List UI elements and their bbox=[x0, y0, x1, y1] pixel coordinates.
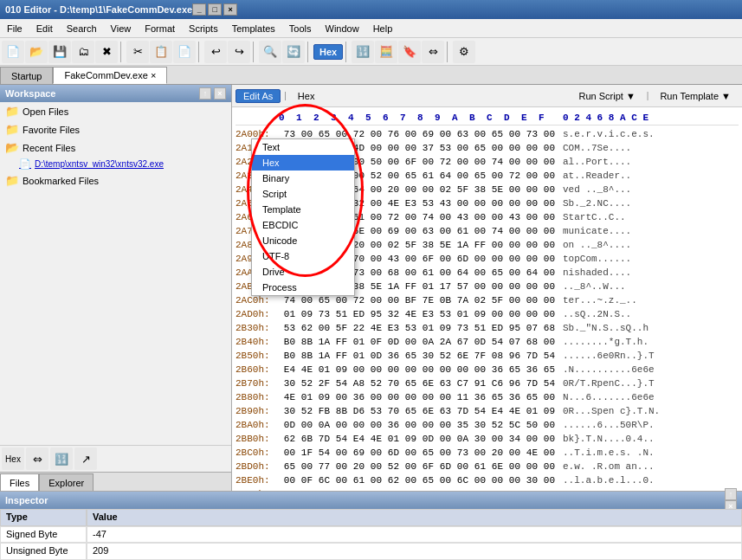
hex-byte-cell[interactable]: 7D bbox=[521, 378, 539, 389]
hex-byte-cell[interactable]: 00 bbox=[365, 240, 383, 250]
hex-byte-cell[interactable]: 00 bbox=[504, 143, 521, 153]
hex-byte-cell[interactable]: 5C bbox=[504, 420, 521, 430]
hex-byte-cell[interactable]: 00 bbox=[452, 143, 469, 153]
hex-byte-cell[interactable]: 36 bbox=[487, 364, 504, 375]
hex-byte-cell[interactable]: 00 bbox=[539, 184, 556, 195]
hex-byte-cell[interactable]: ED bbox=[487, 323, 504, 333]
find-button[interactable]: 🔍 bbox=[259, 41, 281, 63]
hex-byte-cell[interactable]: 00 bbox=[400, 267, 417, 278]
table-row[interactable]: 2BB0h:626B7D54E44E01090D000A3000340000bk… bbox=[236, 432, 739, 446]
hex-byte-cell[interactable]: 00 bbox=[417, 184, 435, 195]
hex-byte-cell[interactable]: E3 bbox=[383, 323, 400, 333]
hex-byte-cell[interactable]: 5F bbox=[400, 240, 417, 250]
hex-byte-cell[interactable]: 5E bbox=[487, 184, 504, 195]
hex-byte-cell[interactable]: 43 bbox=[435, 198, 452, 209]
hex-byte-cell[interactable]: 00 bbox=[365, 267, 383, 278]
hex-byte-cell[interactable]: 01 bbox=[452, 309, 469, 319]
hex-byte-cell[interactable]: 00 bbox=[279, 475, 296, 486]
hex-byte-cell[interactable]: 65 bbox=[487, 129, 504, 139]
hex-byte-cell[interactable]: 70 bbox=[383, 378, 400, 389]
hex-byte-cell[interactable]: 00 bbox=[521, 309, 539, 319]
hex-byte-cell[interactable]: 72 bbox=[383, 212, 400, 222]
hex-byte-cell[interactable]: 38 bbox=[469, 184, 487, 195]
hex-byte-cell[interactable]: 64 bbox=[452, 267, 469, 278]
hex-byte-cell[interactable]: 00 bbox=[435, 475, 452, 486]
hex-byte-cell[interactable]: 1A bbox=[452, 240, 469, 250]
table-row[interactable]: 2B60h:E44E0109000000000000000036653665.N… bbox=[236, 363, 739, 377]
hex-byte-cell[interactable]: B0 bbox=[279, 337, 296, 347]
hex-byte-cell[interactable]: 8B bbox=[296, 337, 313, 347]
hex-byte-cell[interactable]: 0D bbox=[365, 351, 383, 361]
hex-byte-cell[interactable]: 00 bbox=[539, 157, 556, 167]
hex-byte-cell[interactable]: 00 bbox=[365, 198, 383, 209]
hex-byte-cell[interactable]: 01 bbox=[313, 364, 331, 375]
hex-byte-cell[interactable]: 00 bbox=[504, 226, 521, 236]
hex-byte-cell[interactable]: 96 bbox=[504, 351, 521, 361]
hex-byte-cell[interactable]: 00 bbox=[504, 461, 521, 472]
hex-byte-cell[interactable]: 62 bbox=[279, 434, 296, 444]
sidebar-hex-btn[interactable]: Hex bbox=[2, 447, 24, 470]
table-row[interactable]: 2B70h:30522F54A85270656E63C791C6967D540R… bbox=[236, 377, 739, 390]
hex-byte-cell[interactable]: 00 bbox=[365, 212, 383, 222]
hex-byte-cell[interactable]: 00 bbox=[435, 254, 452, 264]
hex-byte-cell[interactable]: 00 bbox=[504, 447, 521, 458]
hex-byte-cell[interactable]: 00 bbox=[521, 198, 539, 209]
dd-text[interactable]: Text bbox=[252, 139, 354, 155]
hex-byte-cell[interactable]: 63 bbox=[452, 129, 469, 139]
hex-byte-cell[interactable]: 00 bbox=[504, 309, 521, 319]
hex-byte-cell[interactable]: 00 bbox=[539, 309, 556, 319]
hex-byte-cell[interactable]: E4 bbox=[487, 406, 504, 416]
hex-byte-cell[interactable]: 09 bbox=[331, 364, 348, 375]
hex-byte-cell[interactable]: 4E bbox=[296, 364, 313, 375]
hex-byte-cell[interactable]: 02 bbox=[383, 240, 400, 250]
hex-byte-cell[interactable]: 00 bbox=[539, 212, 556, 222]
hex-byte-cell[interactable]: 54 bbox=[469, 406, 487, 416]
hex-byte-cell[interactable]: 00 bbox=[435, 364, 452, 375]
hex-byte-cell[interactable]: 36 bbox=[504, 392, 521, 402]
hex-byte-cell[interactable]: BF bbox=[400, 295, 417, 306]
menu-file[interactable]: File bbox=[0, 19, 29, 37]
hex-byte-cell[interactable]: 69 bbox=[383, 226, 400, 236]
hex-byte-cell[interactable]: 00 bbox=[331, 461, 348, 472]
hex-byte-cell[interactable]: 00 bbox=[331, 420, 348, 430]
hex-byte-cell[interactable]: 7D bbox=[521, 351, 539, 361]
hex-byte-cell[interactable]: 00 bbox=[539, 475, 556, 486]
hex-byte-cell[interactable]: 00 bbox=[487, 143, 504, 153]
hex-byte-cell[interactable]: 00 bbox=[504, 184, 521, 195]
hex-byte-cell[interactable]: 00 bbox=[400, 212, 417, 222]
hex-byte-cell[interactable]: 00 bbox=[521, 295, 539, 306]
hex-byte-cell[interactable]: 00 bbox=[365, 129, 383, 139]
hex-byte-cell[interactable]: 53 bbox=[365, 406, 383, 416]
stab-files[interactable]: Files bbox=[0, 473, 39, 491]
hex-byte-cell[interactable]: 1F bbox=[296, 447, 313, 458]
hex-byte-cell[interactable]: 00 bbox=[383, 171, 400, 181]
hex-byte-cell[interactable]: 00 bbox=[435, 392, 452, 402]
hex-byte-cell[interactable]: 00 bbox=[469, 267, 487, 278]
hex-byte-cell[interactable]: 53 bbox=[279, 323, 296, 333]
hex-byte-cell[interactable]: D6 bbox=[348, 406, 365, 416]
hex-byte-cell[interactable]: 09 bbox=[296, 309, 313, 319]
hex-byte-cell[interactable]: 30 bbox=[279, 378, 296, 389]
hex-byte-cell[interactable]: 54 bbox=[539, 351, 556, 361]
hex-byte-cell[interactable]: 65 bbox=[487, 267, 504, 278]
compare-button[interactable]: ⇔ bbox=[422, 41, 444, 63]
hex-byte-cell[interactable]: 53 bbox=[435, 143, 452, 153]
hex-byte-cell[interactable]: 00 bbox=[539, 420, 556, 430]
hex-byte-cell[interactable]: 00 bbox=[296, 461, 313, 472]
hex-byte-cell[interactable]: 00 bbox=[539, 198, 556, 209]
hex-byte-cell[interactable]: 00 bbox=[400, 337, 417, 347]
hex-byte-cell[interactable]: 00 bbox=[383, 364, 400, 375]
hex-byte-cell[interactable]: 00 bbox=[365, 461, 383, 472]
table-row[interactable]: 2B50h:B08B1AFF010D366530526E7F08967D54..… bbox=[236, 349, 739, 363]
hex-byte-cell[interactable]: 09 bbox=[313, 392, 331, 402]
hex-byte-cell[interactable]: 00 bbox=[452, 171, 469, 181]
hex-byte-cell[interactable]: 63 bbox=[435, 378, 452, 389]
save-all-button[interactable]: 🗂 bbox=[72, 41, 94, 63]
hex-byte-cell[interactable]: 00 bbox=[521, 184, 539, 195]
hex-byte-cell[interactable]: 65 bbox=[417, 475, 435, 486]
sidebar-open-files[interactable]: 📁 Open Files bbox=[0, 102, 231, 120]
hex-byte-cell[interactable]: 00 bbox=[365, 392, 383, 402]
hex-byte-cell[interactable]: 00 bbox=[348, 364, 365, 375]
hex-byte-cell[interactable]: 6F bbox=[400, 157, 417, 167]
menu-scripts[interactable]: Scripts bbox=[182, 19, 225, 37]
